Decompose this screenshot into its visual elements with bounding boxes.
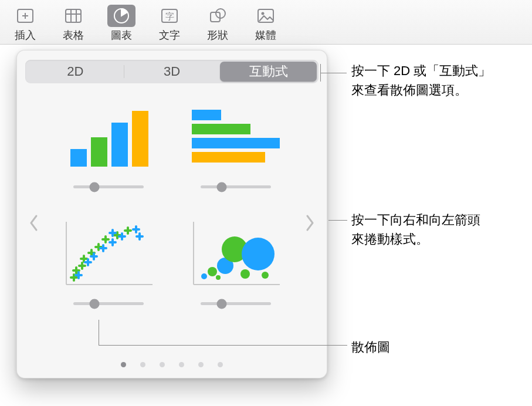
callout-scatter-label: 散佈圖 [351, 337, 390, 357]
toolbar-table-label: 表格 [63, 28, 84, 42]
callout-text: 散佈圖 [351, 337, 390, 357]
page-dot[interactable] [160, 362, 165, 367]
svg-rect-16 [111, 123, 128, 167]
svg-rect-18 [192, 110, 221, 120]
slider[interactable] [73, 185, 144, 188]
page-indicator [25, 354, 318, 372]
shape-icon [209, 8, 226, 24]
toolbar-insert-label: 插入 [15, 28, 36, 42]
toolbar-text[interactable]: 字 文字 [145, 2, 194, 42]
bubble-chart-icon [189, 219, 283, 289]
svg-point-63 [201, 273, 207, 279]
interactive-column-chart-option[interactable] [55, 100, 162, 188]
svg-rect-19 [192, 124, 250, 134]
segment-3d[interactable]: 3D [124, 62, 221, 82]
callout-line [99, 320, 99, 346]
callout-segment-hint: 按一下 2D 或「互動式」 來查看散佈圖選項。 [351, 61, 491, 100]
toolbar: 插入 表格 圖表 字 文字 [0, 0, 532, 45]
toolbar-insert[interactable]: 插入 [1, 2, 49, 42]
svg-rect-14 [70, 149, 87, 167]
scatter-chart-icon [62, 219, 155, 289]
svg-point-13 [262, 12, 265, 15]
toolbar-media[interactable]: 媒體 [242, 2, 290, 42]
toolbar-shape[interactable]: 形狀 [194, 2, 242, 42]
svg-rect-15 [91, 137, 107, 167]
svg-point-69 [262, 272, 269, 279]
svg-rect-21 [192, 152, 265, 163]
chart-type-segmented-control: 2D 3D 互動式 [25, 60, 318, 83]
segment-2d[interactable]: 2D [27, 62, 124, 82]
callout-line [320, 73, 347, 73]
callout-arrow-hint: 按一下向右和向左箭頭 來捲動樣式。 [351, 210, 480, 249]
toolbar-media-label: 媒體 [255, 28, 276, 42]
toolbar-text-label: 文字 [159, 28, 180, 42]
chart-icon [113, 7, 130, 25]
chart-options-grid [55, 100, 289, 305]
slider[interactable] [201, 302, 271, 305]
svg-point-62 [208, 267, 217, 276]
next-style-arrow[interactable] [299, 208, 321, 240]
slider[interactable] [73, 302, 144, 305]
page-dot[interactable] [121, 362, 126, 367]
table-icon [65, 8, 82, 23]
callout-text: 來查看散佈圖選項。 [351, 80, 491, 100]
svg-point-67 [240, 269, 250, 279]
svg-rect-17 [132, 111, 148, 167]
previous-style-arrow[interactable] [23, 208, 45, 240]
chevron-right-icon [304, 214, 315, 232]
page-dot[interactable] [198, 362, 204, 367]
interactive-bar-chart-option[interactable] [182, 100, 289, 188]
chart-popover: 2D 3D 互動式 [16, 50, 327, 378]
callout-text: 按一下向右和向左箭頭 [351, 210, 480, 229]
insert-icon [16, 8, 34, 23]
toolbar-chart-label: 圖表 [111, 28, 132, 42]
interactive-bubble-chart-option[interactable] [182, 216, 289, 305]
page-dot[interactable] [218, 362, 223, 367]
svg-point-64 [216, 275, 221, 280]
svg-rect-10 [211, 12, 220, 22]
toolbar-chart[interactable]: 圖表 [97, 2, 145, 42]
toolbar-shape-label: 形狀 [207, 28, 228, 42]
svg-rect-20 [192, 138, 280, 148]
callout-line [99, 345, 347, 346]
segment-interactive[interactable]: 互動式 [220, 62, 317, 82]
svg-point-68 [242, 238, 275, 270]
callout-line [328, 220, 347, 221]
callout-text: 來捲動樣式。 [351, 229, 480, 249]
svg-text:字: 字 [165, 11, 174, 21]
callout-text: 按一下 2D 或「互動式」 [351, 61, 491, 80]
media-icon [257, 8, 275, 23]
toolbar-table[interactable]: 表格 [49, 2, 97, 42]
text-icon: 字 [161, 8, 178, 23]
interactive-scatter-chart-option[interactable] [55, 216, 162, 305]
bar-chart-icon [189, 105, 283, 170]
page-dot[interactable] [179, 362, 184, 367]
svg-rect-3 [66, 9, 81, 22]
slider[interactable] [201, 185, 271, 188]
chevron-left-icon [29, 214, 39, 232]
column-chart-icon [65, 105, 153, 170]
page-dot[interactable] [140, 362, 145, 367]
chart-style-area [25, 94, 318, 354]
